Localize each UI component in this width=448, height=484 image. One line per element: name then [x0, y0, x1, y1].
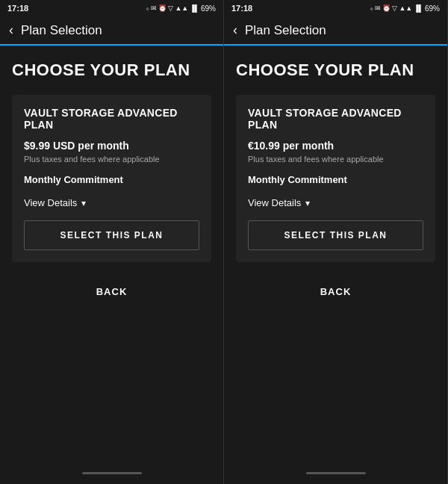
wifi-icon-1: ▲▲: [175, 4, 188, 12]
location-icon-1: ▽: [168, 4, 173, 12]
alarm-icon-2: ⏰: [382, 4, 391, 12]
plan-commitment-1: Monthly Commitment: [24, 174, 199, 185]
home-indicator-1: [82, 472, 142, 474]
plan-commitment-2: Monthly Commitment: [248, 174, 423, 185]
nav-bar-1: ‹ Plan Selection: [0, 16, 223, 46]
nav-title-2: Plan Selection: [245, 23, 326, 38]
status-icons-2: ⬦ ✉ ⏰ ▽ ▲▲ ▐▌ 69%: [370, 4, 440, 13]
back-arrow-2[interactable]: ‹: [233, 22, 237, 38]
home-indicator-2: [306, 472, 366, 474]
plan-price-2: €10.99 per month: [248, 140, 423, 152]
notification-icon-1: ⬦: [146, 4, 149, 12]
plan-card-1: VAULT STORAGE ADVANCED PLAN $9.99 USD pe…: [12, 95, 211, 262]
status-bar-2: 17:18 ⬦ ✉ ⏰ ▽ ▲▲ ▐▌ 69%: [224, 0, 447, 16]
mail-icon-1: ✉: [151, 4, 157, 12]
signal-icon-1: ▐▌: [190, 4, 199, 12]
chevron-down-icon-1: ▾: [81, 198, 86, 208]
view-details-label-2: View Details: [248, 197, 301, 208]
screen-eur: 17:18 ⬦ ✉ ⏰ ▽ ▲▲ ▐▌ 69% ‹ Plan Selection…: [224, 0, 448, 484]
nav-title-1: Plan Selection: [21, 23, 102, 38]
plan-name-1: VAULT STORAGE ADVANCED PLAN: [24, 107, 199, 131]
content-2: CHOOSE YOUR PLAN VAULT STORAGE ADVANCED …: [224, 46, 447, 462]
page-title-2: CHOOSE YOUR PLAN: [236, 60, 435, 80]
alarm-icon-1: ⏰: [158, 4, 167, 12]
nav-bar-2: ‹ Plan Selection: [224, 16, 447, 46]
view-details-label-1: View Details: [24, 197, 77, 208]
back-button-1[interactable]: BACK: [12, 274, 211, 309]
select-plan-button-1[interactable]: SELECT THIS PLAN: [24, 220, 199, 250]
signal-icon-2: ▐▌: [414, 4, 423, 12]
plan-note-1: Plus taxes and fees where applicable: [24, 155, 199, 164]
status-bar-1: 17:18 ⬦ ✉ ⏰ ▽ ▲▲ ▐▌ 69%: [0, 0, 223, 16]
back-arrow-1[interactable]: ‹: [9, 22, 13, 38]
bottom-indicator-1: [0, 462, 223, 484]
view-details-1[interactable]: View Details ▾: [24, 197, 199, 208]
plan-price-1: $9.99 USD per month: [24, 140, 199, 152]
bottom-indicator-2: [224, 462, 447, 484]
status-icons-1: ⬦ ✉ ⏰ ▽ ▲▲ ▐▌ 69%: [146, 4, 216, 13]
screen-usd: 17:18 ⬦ ✉ ⏰ ▽ ▲▲ ▐▌ 69% ‹ Plan Selection…: [0, 0, 224, 484]
plan-name-2: VAULT STORAGE ADVANCED PLAN: [248, 107, 423, 131]
select-plan-button-2[interactable]: SELECT THIS PLAN: [248, 220, 423, 250]
notification-icon-2: ⬦: [370, 4, 373, 12]
location-icon-2: ▽: [392, 4, 397, 12]
mail-icon-2: ✉: [375, 4, 381, 12]
chevron-down-icon-2: ▾: [305, 198, 310, 208]
status-time-1: 17:18: [7, 4, 28, 13]
battery-1: 69%: [201, 4, 216, 13]
plan-note-2: Plus taxes and fees where applicable: [248, 155, 423, 164]
page-title-1: CHOOSE YOUR PLAN: [12, 60, 211, 80]
view-details-2[interactable]: View Details ▾: [248, 197, 423, 208]
back-button-2[interactable]: BACK: [236, 274, 435, 309]
plan-card-2: VAULT STORAGE ADVANCED PLAN €10.99 per m…: [236, 95, 435, 262]
battery-2: 69%: [425, 4, 440, 13]
status-time-2: 17:18: [231, 4, 252, 13]
wifi-icon-2: ▲▲: [399, 4, 412, 12]
content-1: CHOOSE YOUR PLAN VAULT STORAGE ADVANCED …: [0, 46, 223, 462]
